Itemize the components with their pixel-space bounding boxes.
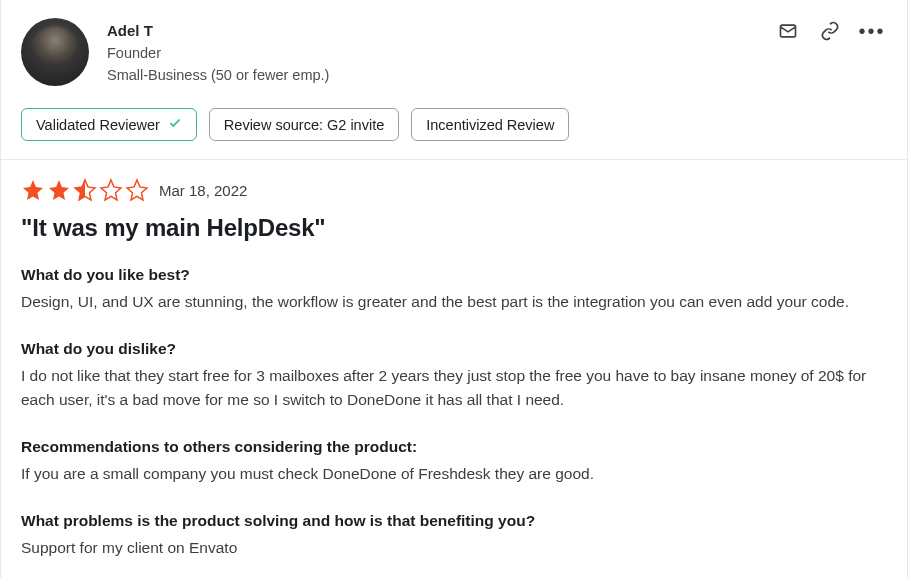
reviewer-info: Adel T Founder Small-Business (50 or few… bbox=[107, 18, 777, 86]
answer-recommendations: If you are a small company you must chec… bbox=[21, 462, 887, 486]
rating-row: Mar 18, 2022 bbox=[21, 178, 887, 202]
question-dislike: What do you dislike? bbox=[21, 340, 887, 358]
review-body: Mar 18, 2022 "It was my main HelpDesk" W… bbox=[1, 160, 907, 578]
badge-incentivized-label: Incentivized Review bbox=[426, 117, 554, 133]
star-empty-icon bbox=[125, 178, 149, 202]
avatar[interactable] bbox=[21, 18, 89, 86]
mail-icon[interactable] bbox=[777, 20, 799, 42]
badges-row: Validated Reviewer Review source: G2 inv… bbox=[1, 86, 907, 159]
answer-problems: Support for my client on Envato bbox=[21, 536, 887, 560]
star-rating bbox=[21, 178, 149, 202]
badge-validated[interactable]: Validated Reviewer bbox=[21, 108, 197, 141]
badge-incentivized[interactable]: Incentivized Review bbox=[411, 108, 569, 141]
header-actions: ••• bbox=[777, 18, 887, 86]
question-problems: What problems is the product solving and… bbox=[21, 512, 887, 530]
question-like-best: What do you like best? bbox=[21, 266, 887, 284]
badge-validated-label: Validated Reviewer bbox=[36, 117, 160, 133]
star-icon bbox=[47, 178, 71, 202]
answer-dislike: I do not like that they start free for 3… bbox=[21, 364, 887, 412]
answer-like-best: Design, UI, and UX are stunning, the wor… bbox=[21, 290, 887, 314]
star-icon bbox=[21, 178, 45, 202]
more-icon[interactable]: ••• bbox=[861, 20, 883, 42]
review-date: Mar 18, 2022 bbox=[159, 182, 247, 199]
star-empty-icon bbox=[99, 178, 123, 202]
badge-source[interactable]: Review source: G2 invite bbox=[209, 108, 399, 141]
review-title: "It was my main HelpDesk" bbox=[21, 214, 887, 242]
question-recommendations: Recommendations to others considering th… bbox=[21, 438, 887, 456]
reviewer-business: Small-Business (50 or fewer emp.) bbox=[107, 67, 777, 83]
reviewer-role: Founder bbox=[107, 45, 777, 61]
check-icon bbox=[168, 116, 182, 133]
badge-source-label: Review source: G2 invite bbox=[224, 117, 384, 133]
star-half-icon bbox=[73, 178, 97, 202]
review-card: Adel T Founder Small-Business (50 or few… bbox=[0, 0, 908, 578]
reviewer-name[interactable]: Adel T bbox=[107, 22, 777, 39]
link-icon[interactable] bbox=[819, 20, 841, 42]
review-header: Adel T Founder Small-Business (50 or few… bbox=[1, 0, 907, 86]
